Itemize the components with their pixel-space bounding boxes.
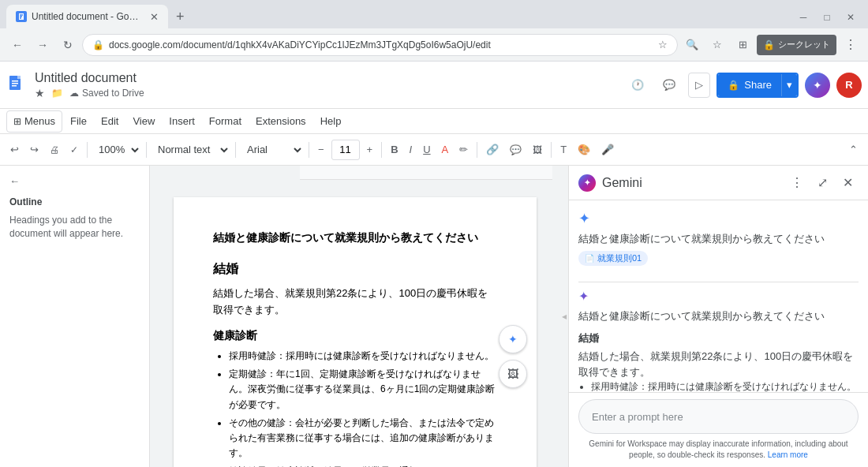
bookmark-icon[interactable]: ☆	[706, 34, 728, 56]
redo-button[interactable]: ↪	[26, 139, 43, 161]
paint-format-button[interactable]: 🎨	[574, 139, 594, 161]
response-list-item: 採用時健診：採用時には健康診断を受けなければなりません。	[591, 379, 859, 392]
print-button[interactable]: 🖨	[46, 139, 63, 161]
tab-favicon	[16, 11, 27, 22]
doc-section-marriage-content: 結婚した場合、就業規則第22条により、100日の慶弔休暇を取得できます。	[213, 286, 497, 319]
svg-rect-2	[12, 80, 18, 82]
gemini-settings-button[interactable]: ⋮	[786, 172, 808, 194]
star-bookmark-icon[interactable]: ☆	[658, 39, 668, 50]
gemini-response: ✦ 結婚と健康診断について就業規則から教えてください 結婚 結婚した場合、就業規…	[578, 289, 859, 392]
reload-button[interactable]: ↻	[57, 34, 79, 56]
list-item: その他の健診：会社が必要と判断した場合、または法令で定められた有害業務に従事する…	[229, 416, 497, 461]
title-star-icon[interactable]: ★	[35, 87, 45, 99]
lock-secret-icon: 🔒	[763, 39, 775, 50]
outline-title: Outline	[9, 196, 140, 207]
text-format-button[interactable]: T	[556, 139, 571, 161]
formatting-toolbar: ↩ ↪ 🖨 ✓ 100% Normal text Arial − + B I U…	[0, 134, 868, 166]
back-button[interactable]: ←	[6, 34, 28, 56]
menu-view[interactable]: View	[126, 112, 161, 130]
secret-mode-button[interactable]: 🔒シークレット	[757, 35, 836, 55]
document-page[interactable]: 結婚と健康診断について就業規則から教えてください 結婚 結婚した場合、就業規則第…	[174, 197, 537, 467]
outline-back-button[interactable]: ←	[9, 175, 140, 187]
ai-assist-button[interactable]: ✦	[499, 325, 527, 353]
toolbar-divider-6	[477, 142, 477, 158]
menus-button[interactable]: ⊞ Menus	[6, 110, 62, 133]
tab-title: Untitled document - Google ...	[32, 11, 142, 22]
lock-icon: 🔒	[92, 39, 104, 50]
minimize-button[interactable]: ─	[792, 9, 814, 25]
maximize-button[interactable]: □	[816, 9, 838, 25]
doc-reference-badge: 📄 就業規則01	[578, 251, 648, 266]
underline-button[interactable]: U	[419, 139, 434, 161]
user-query-text: 結婚と健康診断について就業規則から教えてください	[578, 232, 859, 246]
highlight-button[interactable]: ✏	[455, 139, 472, 161]
doc-section-marriage-title: 結婚	[213, 259, 497, 279]
image-button[interactable]: 🖼	[529, 139, 546, 161]
decrease-font-button[interactable]: −	[314, 139, 328, 161]
text-color-button[interactable]: A	[438, 139, 453, 161]
search-icon[interactable]: 🔍	[681, 34, 703, 56]
increase-font-button[interactable]: +	[363, 139, 377, 161]
menu-file[interactable]: File	[64, 112, 93, 130]
menu-format[interactable]: Format	[203, 112, 248, 130]
move-to-folder-icon[interactable]: 📁	[51, 88, 63, 99]
menu-insert[interactable]: Insert	[163, 112, 201, 130]
image-float-button[interactable]: 🖼	[499, 360, 527, 388]
undo-button[interactable]: ↩	[6, 139, 23, 161]
close-button[interactable]: ✕	[840, 9, 862, 25]
divider-1	[578, 282, 859, 282]
cloud-icon: ☁	[69, 88, 79, 99]
grid-icon: ⊞	[13, 116, 21, 127]
toolbar-divider-7	[551, 142, 552, 158]
last-edit-button[interactable]: 🕐	[625, 73, 650, 98]
gemini-close-button[interactable]: ✕	[836, 172, 859, 194]
ruler	[300, 166, 552, 180]
document-area: 結婚と健康診断について就業規則から教えてください 結婚 結婚した場合、就業規則第…	[150, 166, 560, 467]
document-title[interactable]: Untitled document	[35, 71, 619, 85]
active-tab[interactable]: Untitled document - Google ... ✕	[6, 5, 168, 28]
toolbar-divider-2	[146, 142, 147, 158]
list-item: 健診結果：健康診断の結果は、従業員に通知されます。	[229, 464, 497, 467]
gemini-disclaimer: Gemini for Workspace may display inaccur…	[578, 439, 859, 461]
learn-more-link[interactable]: Learn more	[768, 450, 808, 459]
extension-icon[interactable]: ⊞	[731, 34, 754, 56]
doc-main-heading: 結婚と健康診断について就業規則から教えてください	[213, 229, 497, 246]
spell-check-button[interactable]: ✓	[66, 139, 82, 161]
list-item: 定期健診：年に1回、定期健康診断を受けなければなりません。深夜労働に従事する従業…	[229, 367, 497, 413]
more-options-icon[interactable]: ⋮	[840, 34, 862, 56]
gemini-button[interactable]: ✦	[805, 73, 830, 98]
menu-bar: ⊞ Menus File Edit View Insert Format Ext…	[0, 109, 868, 134]
paragraph-style-select[interactable]: Normal text	[152, 139, 230, 161]
menu-extensions[interactable]: Extensions	[249, 112, 312, 130]
menu-edit[interactable]: Edit	[95, 112, 125, 130]
share-button[interactable]: 🔒 Share	[718, 73, 781, 98]
address-bar[interactable]: 🔒 docs.google.com/document/d/1qhkX4vAKaD…	[82, 34, 678, 56]
list-item: 採用時健診：採用時には健康診断を受けなければなりません。	[229, 349, 497, 364]
gemini-expand-button[interactable]: ⤢	[811, 172, 833, 194]
share-dropdown-button[interactable]: ▾	[781, 73, 797, 98]
panel-resize-handle[interactable]: ◀	[560, 166, 568, 467]
menu-help[interactable]: Help	[314, 112, 348, 130]
gemini-title: Gemini	[602, 176, 786, 190]
new-tab-button[interactable]: +	[171, 9, 189, 25]
tab-close-icon[interactable]: ✕	[150, 11, 159, 23]
meeting-button[interactable]: ▷	[688, 73, 710, 98]
link-button[interactable]: 🔗	[482, 139, 503, 161]
font-size-input[interactable]	[331, 140, 360, 160]
svg-rect-3	[12, 83, 18, 84]
comment-button[interactable]: 💬	[657, 73, 682, 98]
gemini-star-icon: ✦	[578, 210, 859, 227]
bold-button[interactable]: B	[387, 139, 402, 161]
zoom-select[interactable]: 100%	[92, 139, 141, 161]
document-outline-panel: ← Outline Headings you add to the docume…	[0, 166, 150, 467]
user-avatar[interactable]: R	[836, 73, 862, 98]
voice-typing-button[interactable]: 🎤	[597, 139, 618, 161]
toolbar-divider-1	[87, 142, 88, 158]
gemini-prompt-input[interactable]: Enter a prompt here	[578, 399, 859, 434]
italic-button[interactable]: I	[406, 139, 417, 161]
more-toolbar-options[interactable]: ⌃	[845, 139, 862, 161]
forward-button[interactable]: →	[32, 34, 54, 56]
font-select[interactable]: Arial	[241, 139, 304, 161]
comment-toolbar-button[interactable]: 💬	[506, 139, 526, 161]
lock-share-icon: 🔒	[728, 80, 739, 91]
